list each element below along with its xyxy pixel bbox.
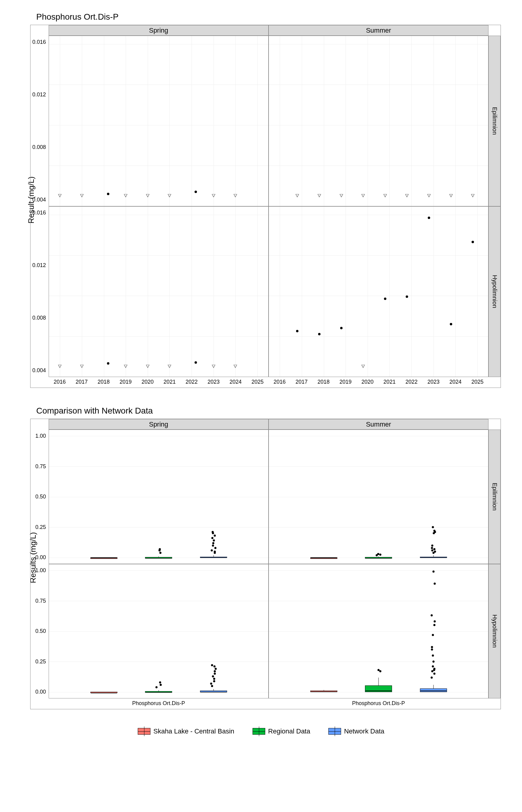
col-strip: Summer bbox=[268, 25, 488, 36]
outlier bbox=[377, 669, 379, 671]
outlier bbox=[434, 550, 436, 552]
outlier bbox=[210, 683, 213, 685]
legend-label: Skaha Lake - Central Basin bbox=[154, 727, 235, 735]
censored-point bbox=[449, 194, 453, 198]
outlier bbox=[377, 553, 379, 555]
censored-point bbox=[168, 365, 171, 368]
censored-point bbox=[471, 194, 475, 198]
censored-point bbox=[124, 194, 127, 198]
x-ticks: 2016201720182019202020212022202320242025 bbox=[268, 377, 488, 388]
box bbox=[145, 557, 172, 559]
outlier bbox=[431, 544, 433, 546]
censored-point bbox=[361, 194, 365, 198]
outlier bbox=[159, 681, 161, 683]
data-point bbox=[318, 333, 321, 335]
outlier bbox=[215, 668, 217, 670]
legend-label: Network Data bbox=[344, 727, 384, 735]
chart2-grid: SpringSummer1.000.750.500.250.00Epilimni… bbox=[30, 419, 501, 709]
x-ticks: 2016201720182019202020212022202320242025 bbox=[48, 377, 268, 388]
data-point bbox=[107, 193, 109, 195]
box bbox=[310, 691, 337, 692]
outlier bbox=[212, 544, 214, 546]
panel bbox=[48, 206, 268, 377]
outlier bbox=[156, 686, 158, 688]
chart1-title: Phosphorus Ort.Dis-P bbox=[36, 12, 510, 22]
data-point bbox=[195, 361, 197, 364]
box bbox=[200, 557, 227, 558]
outlier bbox=[430, 676, 433, 678]
censored-point bbox=[361, 365, 365, 368]
outlier bbox=[213, 680, 215, 682]
censored-point bbox=[340, 194, 343, 198]
outlier bbox=[434, 530, 436, 532]
outlier bbox=[160, 684, 162, 686]
outlier bbox=[432, 655, 434, 657]
row-strip: Epilimnion bbox=[488, 430, 501, 564]
censored-point bbox=[80, 365, 84, 368]
legend-key-icon bbox=[253, 728, 265, 735]
panel bbox=[268, 206, 488, 377]
outlier bbox=[213, 540, 215, 542]
panel bbox=[268, 564, 488, 698]
data-point bbox=[107, 362, 109, 365]
outlier bbox=[432, 634, 434, 636]
outlier bbox=[214, 547, 216, 549]
censored-point bbox=[80, 194, 84, 198]
data-point bbox=[428, 217, 430, 219]
outlier bbox=[432, 571, 435, 573]
box bbox=[365, 557, 392, 559]
box bbox=[200, 691, 227, 692]
censored-point bbox=[58, 194, 62, 198]
censored-point bbox=[427, 194, 431, 198]
censored-point bbox=[234, 194, 237, 198]
censored-point bbox=[383, 194, 387, 198]
outlier bbox=[159, 548, 161, 550]
outlier bbox=[431, 549, 433, 551]
row-strip: Hypolimnion bbox=[488, 206, 501, 377]
col-strip: Spring bbox=[48, 25, 268, 36]
censored-point bbox=[168, 194, 171, 198]
censored-point bbox=[234, 365, 237, 368]
data-point bbox=[471, 241, 474, 243]
data-point bbox=[296, 330, 299, 332]
panel bbox=[48, 564, 268, 698]
row-strip: Hypolimnion bbox=[488, 564, 501, 698]
x-ticks: Phosphorus Ort.Dis-P bbox=[268, 698, 488, 709]
chart-timeseries: Phosphorus Ort.Dis-P Result (mg/L) Sprin… bbox=[12, 12, 510, 388]
box bbox=[420, 557, 447, 558]
outlier bbox=[433, 624, 435, 626]
outlier bbox=[434, 621, 436, 623]
data-point bbox=[450, 323, 452, 325]
outlier bbox=[431, 547, 433, 549]
censored-point bbox=[296, 194, 299, 198]
legend-item: Regional Data bbox=[253, 727, 310, 735]
outlier bbox=[214, 535, 216, 537]
y-ticks: 1.000.750.500.250.00 bbox=[31, 430, 48, 564]
outlier bbox=[212, 675, 214, 677]
legend-label: Regional Data bbox=[268, 727, 310, 735]
outlier bbox=[213, 677, 215, 680]
y-ticks: 0.0160.0120.0080.004 bbox=[31, 36, 48, 206]
outlier bbox=[434, 583, 436, 585]
box bbox=[90, 692, 117, 693]
outlier bbox=[211, 685, 213, 687]
outlier bbox=[433, 668, 435, 670]
censored-point bbox=[146, 194, 149, 198]
box bbox=[145, 691, 172, 693]
outlier bbox=[379, 553, 381, 555]
censored-point bbox=[212, 194, 215, 198]
box bbox=[310, 557, 337, 559]
box bbox=[420, 688, 447, 692]
outlier bbox=[432, 661, 435, 663]
censored-point bbox=[124, 365, 127, 368]
x-ticks: Phosphorus Ort.Dis-P bbox=[48, 698, 268, 709]
legend-item: Skaha Lake - Central Basin bbox=[138, 727, 235, 735]
box bbox=[365, 686, 392, 692]
outlier bbox=[214, 670, 216, 672]
outlier bbox=[431, 648, 433, 650]
outlier bbox=[379, 670, 381, 672]
outlier bbox=[212, 531, 214, 533]
outlier bbox=[213, 542, 215, 544]
legend: Skaha Lake - Central BasinRegional DataN… bbox=[12, 727, 510, 735]
legend-key-icon bbox=[328, 728, 341, 735]
